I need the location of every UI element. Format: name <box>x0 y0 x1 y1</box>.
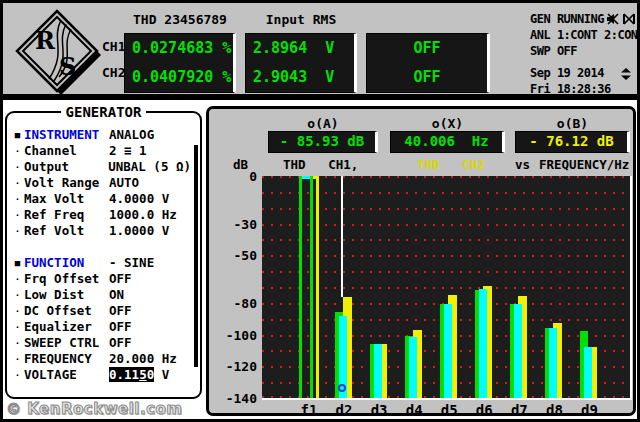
y-tick-label: -120 <box>217 359 257 374</box>
generator-menu-item-ref-volt[interactable]: ·Ref Volt1.0000 V <box>11 223 191 239</box>
bar-overlap <box>584 347 592 398</box>
cursor-b-label: o(B) <box>515 116 630 131</box>
item-label: DC Offset <box>24 303 109 319</box>
item-label: Frq Offset <box>24 271 109 287</box>
bar-overlap <box>549 328 557 398</box>
generator-menu-item-function[interactable]: ■FUNCTION- SINE <box>11 255 191 271</box>
svg-text:S: S <box>59 52 76 81</box>
thd-ch2-value: 0.0407920 % <box>125 70 233 85</box>
generator-menu-item-instrument[interactable]: ■INSTRUMENTANALOG <box>11 127 191 143</box>
ch1-label: CH1 <box>102 39 126 54</box>
y-tick-label: -50 <box>217 248 257 263</box>
item-bullet-icon: · <box>11 367 24 383</box>
input-rms-display: 2.8964 V 2.9043 V <box>245 33 357 93</box>
y-tick-label: 0 <box>217 169 257 184</box>
ch2-label: CH2 <box>102 65 126 80</box>
cursor-x-label: o(X) <box>390 116 505 131</box>
analyzer-panel: o(A) - 85.93 dB o(X) 40.006 Hz o(B) - 76… <box>206 106 636 416</box>
x-tick-label: d5 <box>441 402 458 418</box>
generator-panel-title: GENERATOR <box>61 104 147 120</box>
input-rms-title: Input RMS <box>245 12 357 27</box>
x-tick-label: d2 <box>336 402 353 418</box>
item-label: Output <box>24 159 108 175</box>
watermark: © KenRockwell.com <box>6 400 183 418</box>
x-tick-label: f1 <box>301 402 318 418</box>
generator-menu-item-frequency[interactable]: ·FREQUENCY20.000 Hz <box>11 351 191 367</box>
item-bullet-icon: · <box>11 303 24 319</box>
item-label: Max Volt <box>24 191 109 207</box>
item-label: Volt Range <box>24 175 109 191</box>
keyboard-locked-icon <box>622 13 636 25</box>
item-value: ANALOG <box>109 127 154 143</box>
item-label: SWEEP CTRL <box>24 335 109 351</box>
item-label: INSTRUMENT <box>24 127 109 143</box>
item-value: 2 ≡ 1 <box>109 143 147 159</box>
item-value: 20.000 Hz <box>109 351 177 367</box>
generator-row-spacer <box>11 239 191 255</box>
item-label: FREQUENCY <box>24 351 109 367</box>
item-value: 4.0000 V <box>109 191 169 207</box>
x-tick-label: d4 <box>406 402 423 418</box>
y-tick-label: -80 <box>217 296 257 311</box>
thd-title: THD 23456789 <box>124 12 236 27</box>
bar-overlap <box>479 289 487 398</box>
generator-menu-item-equalizer[interactable]: ·EqualizerOFF <box>11 319 191 335</box>
scroll-updown-icon <box>620 68 632 80</box>
rs-logo-icon: R S <box>11 7 107 97</box>
aux-row1-value: OFF <box>367 41 487 56</box>
bar-overlap <box>444 304 452 398</box>
item-bullet-icon: · <box>11 271 24 287</box>
fundamental-line <box>310 176 313 398</box>
item-label: Low Dist <box>24 287 109 303</box>
generator-menu-item-sweep-ctrl[interactable]: ·SWEEP CTRLOFF <box>11 335 191 351</box>
generator-menu-item-channel[interactable]: ·Channel2 ≡ 1 <box>11 143 191 159</box>
aux-row2-value: OFF <box>367 70 487 85</box>
x-tick-label: d6 <box>476 402 493 418</box>
section-bullet-icon: ■ <box>11 127 24 143</box>
generator-menu-item-frq-offset[interactable]: ·Frq OffsetOFF <box>11 271 191 287</box>
item-value: OFF <box>109 271 132 287</box>
bar-overlap <box>374 344 382 398</box>
generator-menu-item-dc-offset[interactable]: ·DC OffsetOFF <box>11 303 191 319</box>
bar-overlap <box>514 304 522 398</box>
item-value: AUTO <box>109 175 139 191</box>
generator-menu-item-voltage[interactable]: ·VOLTAGE0.1150 V <box>11 367 191 383</box>
status-panel: GEN RUNNING ANL 1:CONT 2:CONT SWP OFF Se… <box>530 11 638 97</box>
generator-scrollbar[interactable] <box>194 145 198 367</box>
cursor-a-value: - 85.93 dB <box>268 131 378 153</box>
y-tick-label: -30 <box>217 217 257 232</box>
input-rms-ch2-value: 2.9043 V <box>246 70 354 85</box>
speaker-muted-icon <box>606 13 620 25</box>
fundamental-line <box>316 176 319 398</box>
item-value: - SINE <box>109 255 154 271</box>
input-rms-ch1-value: 2.8964 V <box>246 41 354 56</box>
generator-panel: GENERATOR ■INSTRUMENTANALOG·Channel2 ≡ 1… <box>5 111 202 399</box>
cursor-x-value: 40.006 Hz <box>390 131 505 153</box>
item-bullet-icon: · <box>11 223 24 239</box>
generator-menu-item-volt-range[interactable]: ·Volt RangeAUTO <box>11 175 191 191</box>
legend-vs: vs <box>515 157 530 172</box>
generator-menu-item-output[interactable]: ·OutputUNBAL (5 Ω) <box>11 159 191 175</box>
item-value: 0.1150 V <box>109 367 169 383</box>
legend-trace1: THD CH1, <box>283 157 358 172</box>
item-value: 1000.0 Hz <box>109 207 177 223</box>
cursor-line[interactable] <box>341 176 343 297</box>
section-bullet-icon: ■ <box>11 255 24 271</box>
aux-display: OFF OFF <box>366 33 490 93</box>
generator-menu-item-low-dist[interactable]: ·Low DistON <box>11 287 191 303</box>
generator-menu-item-max-volt[interactable]: ·Max Volt4.0000 V <box>11 191 191 207</box>
x-tick-label: d3 <box>371 402 388 418</box>
plot-area <box>262 176 632 400</box>
x-tick-label: d7 <box>511 402 528 418</box>
legend-x-axis: FREQUENCY/Hz <box>539 157 629 172</box>
item-bullet-icon: · <box>11 287 24 303</box>
anl-status: ANL 1:CONT 2:CONT <box>530 27 638 43</box>
x-tick-label: d9 <box>581 402 598 418</box>
y-tick-label: -140 <box>217 391 257 406</box>
item-label: Channel <box>24 143 109 159</box>
time-label: Fri 18:28:36 <box>530 81 638 97</box>
item-label: VOLTAGE <box>24 367 109 383</box>
generator-menu-item-ref-freq[interactable]: ·Ref Freq1000.0 Hz <box>11 207 191 223</box>
swp-status: SWP OFF <box>530 43 638 59</box>
item-label: Ref Volt <box>24 223 109 239</box>
